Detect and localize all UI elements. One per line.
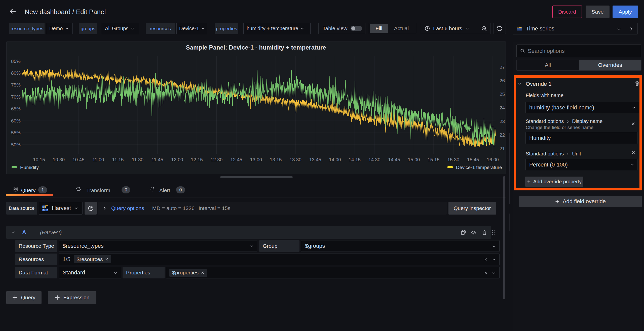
svg-text:85%: 85%	[11, 59, 21, 64]
svg-text:23: 23	[500, 119, 505, 124]
svg-text:13:30: 13:30	[289, 157, 301, 162]
svg-text:15:00: 15:00	[408, 157, 420, 162]
svg-text:24: 24	[500, 105, 505, 110]
svg-text:10:30: 10:30	[53, 157, 65, 162]
svg-text:12:00: 12:00	[171, 157, 183, 162]
svg-text:65%: 65%	[11, 106, 21, 111]
svg-text:26: 26	[500, 78, 505, 83]
svg-text:12:30: 12:30	[211, 157, 223, 162]
svg-text:25: 25	[500, 92, 505, 97]
svg-text:70%: 70%	[11, 94, 21, 100]
svg-text:22: 22	[500, 132, 505, 138]
svg-text:80%: 80%	[11, 70, 21, 76]
svg-text:15:15: 15:15	[428, 157, 440, 162]
svg-text:11:30: 11:30	[132, 157, 143, 162]
svg-text:10:15: 10:15	[33, 157, 45, 162]
svg-text:75%: 75%	[11, 82, 21, 88]
svg-text:Sample Panel: Device-1 - humid: Sample Panel: Device-1 - humidity + temp…	[186, 44, 326, 51]
svg-text:14:15: 14:15	[349, 157, 361, 162]
svg-text:13:45: 13:45	[309, 157, 321, 162]
svg-text:11:45: 11:45	[151, 157, 163, 162]
svg-text:12:15: 12:15	[191, 157, 203, 162]
svg-text:15:30: 15:30	[447, 157, 460, 162]
svg-text:15:45: 15:45	[467, 157, 479, 162]
svg-text:50%: 50%	[11, 142, 21, 147]
svg-text:21: 21	[500, 146, 505, 151]
svg-text:13:00: 13:00	[250, 157, 262, 162]
svg-text:60%: 60%	[11, 118, 21, 123]
svg-text:10:45: 10:45	[72, 157, 85, 162]
svg-text:14:30: 14:30	[368, 157, 381, 162]
svg-text:11:15: 11:15	[112, 157, 124, 162]
svg-text:Humidity: Humidity	[20, 165, 39, 170]
svg-text:27: 27	[500, 65, 505, 70]
svg-text:16:00: 16:00	[487, 157, 499, 162]
svg-text:11:00: 11:00	[92, 157, 104, 162]
svg-text:14:45: 14:45	[388, 157, 400, 162]
svg-text:13:15: 13:15	[270, 157, 282, 162]
svg-text:14:00: 14:00	[329, 157, 341, 162]
svg-text:12:45: 12:45	[230, 157, 242, 162]
svg-text:Device-1 temperature: Device-1 temperature	[456, 165, 502, 170]
svg-text:55%: 55%	[11, 130, 21, 135]
